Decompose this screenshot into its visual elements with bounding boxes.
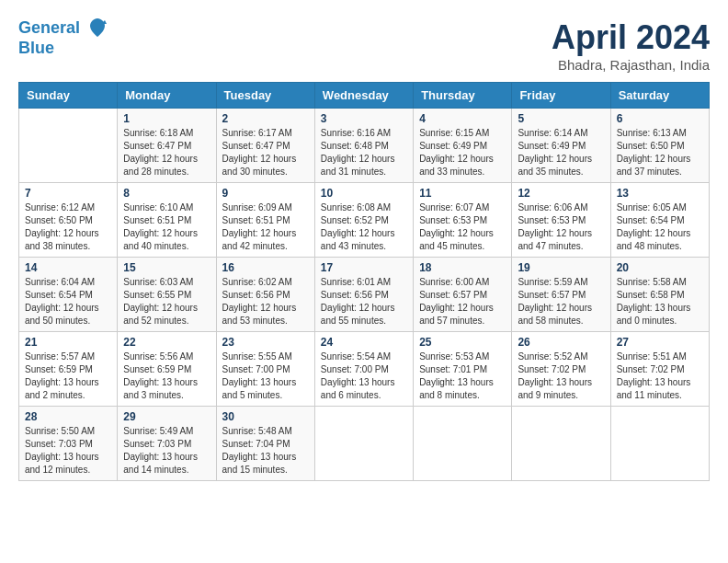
day-info: Sunrise: 6:15 AM Sunset: 6:49 PM Dayligh… bbox=[419, 127, 506, 178]
calendar-cell: 19Sunrise: 5:59 AM Sunset: 6:57 PM Dayli… bbox=[512, 258, 610, 332]
day-number: 29 bbox=[123, 410, 210, 423]
day-info: Sunrise: 5:55 AM Sunset: 7:00 PM Dayligh… bbox=[222, 350, 309, 402]
calendar-cell: 21Sunrise: 5:57 AM Sunset: 6:59 PM Dayli… bbox=[19, 332, 118, 407]
day-info: Sunrise: 5:54 AM Sunset: 7:00 PM Dayligh… bbox=[321, 350, 407, 402]
day-number: 21 bbox=[25, 336, 111, 349]
calendar-cell: 3Sunrise: 6:16 AM Sunset: 6:48 PM Daylig… bbox=[314, 109, 413, 183]
day-number: 14 bbox=[25, 261, 111, 274]
calendar-cell: 10Sunrise: 6:08 AM Sunset: 6:52 PM Dayli… bbox=[314, 183, 413, 258]
location: Bhadra, Rajasthan, India bbox=[552, 57, 710, 73]
calendar-cell: 17Sunrise: 6:01 AM Sunset: 6:56 PM Dayli… bbox=[314, 258, 413, 332]
calendar-cell: 27Sunrise: 5:51 AM Sunset: 7:02 PM Dayli… bbox=[610, 332, 709, 407]
calendar-cell: 25Sunrise: 5:53 AM Sunset: 7:01 PM Dayli… bbox=[414, 332, 512, 407]
calendar-cell: 29Sunrise: 5:49 AM Sunset: 7:03 PM Dayli… bbox=[118, 407, 216, 481]
calendar-cell: 30Sunrise: 5:48 AM Sunset: 7:04 PM Dayli… bbox=[216, 407, 314, 481]
day-number: 1 bbox=[123, 112, 210, 125]
calendar-table: SundayMondayTuesdayWednesdayThursdayFrid… bbox=[18, 82, 710, 481]
day-info: Sunrise: 5:53 AM Sunset: 7:01 PM Dayligh… bbox=[419, 350, 506, 402]
calendar-cell: 23Sunrise: 5:55 AM Sunset: 7:00 PM Dayli… bbox=[216, 332, 314, 407]
day-number: 12 bbox=[518, 187, 604, 200]
weekday-header: Friday bbox=[512, 83, 610, 109]
day-info: Sunrise: 6:04 AM Sunset: 6:54 PM Dayligh… bbox=[25, 276, 111, 327]
calendar-cell: 15Sunrise: 6:03 AM Sunset: 6:55 PM Dayli… bbox=[118, 258, 216, 332]
day-info: Sunrise: 5:51 AM Sunset: 7:02 PM Dayligh… bbox=[617, 350, 703, 402]
calendar-cell: 28Sunrise: 5:50 AM Sunset: 7:03 PM Dayli… bbox=[19, 407, 118, 481]
day-info: Sunrise: 6:16 AM Sunset: 6:48 PM Dayligh… bbox=[321, 127, 407, 178]
day-info: Sunrise: 5:56 AM Sunset: 6:59 PM Dayligh… bbox=[123, 350, 210, 402]
day-number: 24 bbox=[321, 336, 407, 349]
day-number: 4 bbox=[419, 112, 506, 125]
calendar-cell bbox=[314, 407, 413, 481]
day-number: 9 bbox=[222, 187, 309, 200]
logo: General Blue bbox=[18, 18, 108, 58]
calendar-cell: 13Sunrise: 6:05 AM Sunset: 6:54 PM Dayli… bbox=[610, 183, 709, 258]
day-info: Sunrise: 6:09 AM Sunset: 6:51 PM Dayligh… bbox=[222, 201, 309, 253]
day-info: Sunrise: 6:05 AM Sunset: 6:54 PM Dayligh… bbox=[617, 201, 703, 253]
day-number: 15 bbox=[123, 261, 210, 274]
calendar-cell: 4Sunrise: 6:15 AM Sunset: 6:49 PM Daylig… bbox=[414, 109, 512, 183]
logo-blue: Blue bbox=[18, 39, 54, 58]
day-number: 6 bbox=[617, 112, 703, 125]
day-number: 26 bbox=[518, 336, 604, 349]
weekday-header: Saturday bbox=[610, 83, 709, 109]
day-info: Sunrise: 6:17 AM Sunset: 6:47 PM Dayligh… bbox=[222, 127, 309, 178]
calendar-cell bbox=[512, 407, 610, 481]
day-number: 27 bbox=[617, 336, 703, 349]
calendar-cell: 11Sunrise: 6:07 AM Sunset: 6:53 PM Dayli… bbox=[414, 183, 512, 258]
day-number: 25 bbox=[419, 336, 506, 349]
day-number: 13 bbox=[617, 187, 703, 200]
day-info: Sunrise: 6:01 AM Sunset: 6:56 PM Dayligh… bbox=[321, 276, 407, 327]
day-number: 3 bbox=[321, 112, 407, 125]
day-number: 8 bbox=[123, 187, 210, 200]
weekday-header: Wednesday bbox=[314, 83, 413, 109]
day-info: Sunrise: 6:14 AM Sunset: 6:49 PM Dayligh… bbox=[518, 127, 604, 178]
calendar-cell: 6Sunrise: 6:13 AM Sunset: 6:50 PM Daylig… bbox=[610, 109, 709, 183]
calendar-week-row: 21Sunrise: 5:57 AM Sunset: 6:59 PM Dayli… bbox=[19, 332, 710, 407]
day-number: 7 bbox=[25, 187, 111, 200]
calendar-week-row: 7Sunrise: 6:12 AM Sunset: 6:50 PM Daylig… bbox=[19, 183, 710, 258]
page-header: General Blue April 2024 Bhadra, Rajastha… bbox=[18, 18, 710, 73]
day-number: 19 bbox=[518, 261, 604, 274]
day-info: Sunrise: 5:50 AM Sunset: 7:03 PM Dayligh… bbox=[25, 425, 111, 477]
day-number: 28 bbox=[25, 410, 111, 423]
day-number: 18 bbox=[419, 261, 506, 274]
calendar-cell: 14Sunrise: 6:04 AM Sunset: 6:54 PM Dayli… bbox=[19, 258, 118, 332]
calendar-cell bbox=[414, 407, 512, 481]
weekday-header: Sunday bbox=[19, 83, 118, 109]
calendar-week-row: 28Sunrise: 5:50 AM Sunset: 7:03 PM Dayli… bbox=[19, 407, 710, 481]
day-info: Sunrise: 6:00 AM Sunset: 6:57 PM Dayligh… bbox=[419, 276, 506, 327]
calendar-cell: 22Sunrise: 5:56 AM Sunset: 6:59 PM Dayli… bbox=[118, 332, 216, 407]
calendar-cell: 18Sunrise: 6:00 AM Sunset: 6:57 PM Dayli… bbox=[414, 258, 512, 332]
calendar-cell bbox=[19, 109, 118, 183]
day-info: Sunrise: 5:59 AM Sunset: 6:57 PM Dayligh… bbox=[518, 276, 604, 327]
day-info: Sunrise: 6:02 AM Sunset: 6:56 PM Dayligh… bbox=[222, 276, 309, 327]
calendar-cell: 1Sunrise: 6:18 AM Sunset: 6:47 PM Daylig… bbox=[118, 109, 216, 183]
title-block: April 2024 Bhadra, Rajasthan, India bbox=[552, 18, 710, 73]
day-number: 11 bbox=[419, 187, 506, 200]
day-info: Sunrise: 6:10 AM Sunset: 6:51 PM Dayligh… bbox=[123, 201, 210, 253]
weekday-header: Tuesday bbox=[216, 83, 314, 109]
day-number: 16 bbox=[222, 261, 309, 274]
day-info: Sunrise: 6:03 AM Sunset: 6:55 PM Dayligh… bbox=[123, 276, 210, 327]
day-number: 2 bbox=[222, 112, 309, 125]
day-info: Sunrise: 5:48 AM Sunset: 7:04 PM Dayligh… bbox=[222, 425, 309, 477]
day-info: Sunrise: 6:08 AM Sunset: 6:52 PM Dayligh… bbox=[321, 201, 407, 253]
day-info: Sunrise: 6:18 AM Sunset: 6:47 PM Dayligh… bbox=[123, 127, 210, 178]
calendar-cell: 2Sunrise: 6:17 AM Sunset: 6:47 PM Daylig… bbox=[216, 109, 314, 183]
day-info: Sunrise: 6:13 AM Sunset: 6:50 PM Dayligh… bbox=[617, 127, 703, 178]
month-title: April 2024 bbox=[552, 18, 710, 57]
header-row: SundayMondayTuesdayWednesdayThursdayFrid… bbox=[19, 83, 710, 109]
weekday-header: Monday bbox=[118, 83, 216, 109]
day-info: Sunrise: 5:52 AM Sunset: 7:02 PM Dayligh… bbox=[518, 350, 604, 402]
day-number: 22 bbox=[123, 336, 210, 349]
weekday-header: Thursday bbox=[414, 83, 512, 109]
day-number: 23 bbox=[222, 336, 309, 349]
calendar-cell bbox=[610, 407, 709, 481]
calendar-cell: 9Sunrise: 6:09 AM Sunset: 6:51 PM Daylig… bbox=[216, 183, 314, 258]
day-info: Sunrise: 5:49 AM Sunset: 7:03 PM Dayligh… bbox=[123, 425, 210, 477]
calendar-week-row: 14Sunrise: 6:04 AM Sunset: 6:54 PM Dayli… bbox=[19, 258, 710, 332]
day-number: 5 bbox=[518, 112, 604, 125]
day-info: Sunrise: 6:07 AM Sunset: 6:53 PM Dayligh… bbox=[419, 201, 506, 253]
calendar-cell: 12Sunrise: 6:06 AM Sunset: 6:53 PM Dayli… bbox=[512, 183, 610, 258]
calendar-cell: 8Sunrise: 6:10 AM Sunset: 6:51 PM Daylig… bbox=[118, 183, 216, 258]
